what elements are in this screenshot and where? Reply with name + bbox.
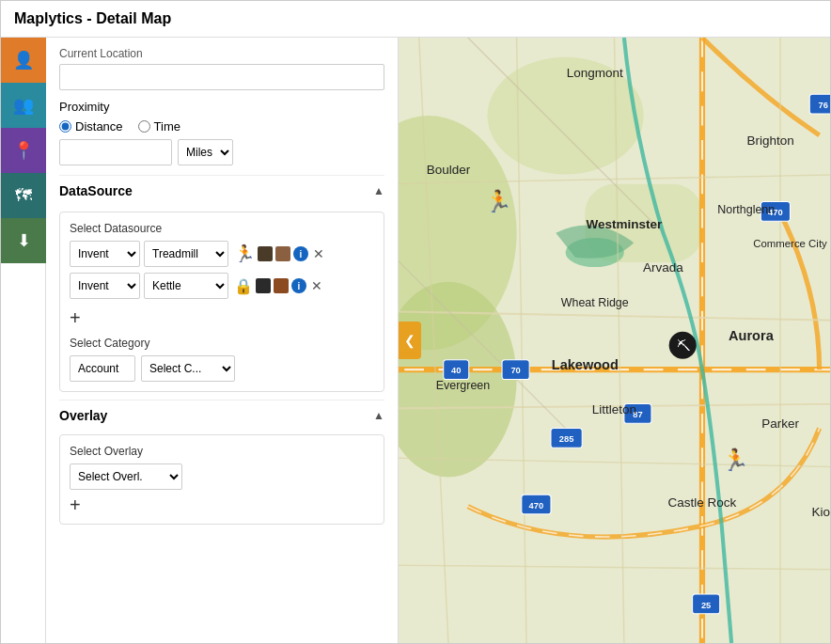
location-icon: 📍 <box>13 140 34 161</box>
time-radio[interactable] <box>138 120 150 133</box>
svg-text:Boulder: Boulder <box>427 163 471 177</box>
proximity-label: Proximity <box>59 100 384 114</box>
svg-text:Northglenn: Northglenn <box>717 203 775 216</box>
icon-bar: 👤 👥 📍 🗺 ⬇ <box>1 38 46 643</box>
map-svg: 70 40 470 76 25 285 87 <box>399 38 830 643</box>
map-icon: 🗺 <box>15 186 32 206</box>
info-icon-1[interactable]: i <box>293 246 308 261</box>
svg-text:Brighton: Brighton <box>747 134 794 148</box>
svg-text:⛏: ⛏ <box>677 338 691 353</box>
svg-text:Westminster: Westminster <box>586 217 663 231</box>
svg-text:25: 25 <box>701 601 711 610</box>
svg-text:Longmont: Longmont <box>567 66 623 80</box>
current-location-label: Current Location <box>59 47 384 60</box>
proximity-section: Proximity Distance Time Miles Km <box>59 100 384 165</box>
svg-text:Evergreen: Evergreen <box>436 379 491 392</box>
overlay-header[interactable]: Overlay ▲ <box>59 400 384 431</box>
app-title: Maplytics - Detail Map <box>14 10 171 26</box>
kettlebell-icon-2: 🔒 <box>234 277 253 295</box>
svg-text:Lakewood: Lakewood <box>552 357 619 372</box>
group-icon-btn[interactable]: 👥 <box>1 83 46 128</box>
app-window: Maplytics - Detail Map 👤 👥 📍 🗺 ⬇ <box>0 0 831 644</box>
svg-text:Wheat Ridge: Wheat Ridge <box>561 296 629 309</box>
download-icon-btn[interactable]: ⬇ <box>1 218 46 263</box>
side-panel: Current Location Proximity Distance Time <box>46 38 399 643</box>
svg-text:Castle Rock: Castle Rock <box>668 495 737 510</box>
category-value: Account <box>70 355 135 382</box>
svg-text:Aurora: Aurora <box>729 328 775 343</box>
map-area: ❮ <box>399 38 830 643</box>
color-sq-light-1 <box>275 246 290 261</box>
distance-input[interactable] <box>59 139 172 165</box>
datasource-source-select-2[interactable]: Invent <box>70 273 140 299</box>
close-icon-2[interactable]: ✕ <box>311 278 322 293</box>
datasource-chevron: ▲ <box>373 184 384 197</box>
proximity-radio-group: Distance Time <box>59 119 384 134</box>
datasource-title: DataSource <box>59 183 133 198</box>
color-sq-light-2 <box>274 278 289 293</box>
title-bar: Maplytics - Detail Map <box>1 1 830 38</box>
color-sq-dark-2 <box>256 278 271 293</box>
person-icon: 👤 <box>13 50 34 71</box>
download-icon: ⬇ <box>17 230 31 251</box>
datasource-header[interactable]: DataSource ▲ <box>59 175 384 206</box>
datasource-row-1: Invent Treadmill 🏃 i ✕ <box>70 241 374 267</box>
overlay-chevron: ▲ <box>373 409 384 422</box>
distance-row: Miles Km <box>59 139 384 165</box>
svg-text:70: 70 <box>510 366 520 375</box>
svg-text:285: 285 <box>559 434 574 444</box>
datasource-type-select-1[interactable]: Treadmill <box>144 241 228 267</box>
datasource-row-2: Invent Kettle 🔒 i ✕ <box>70 273 374 299</box>
datasource-icons-2: 🔒 i ✕ <box>234 277 322 295</box>
overlay-title: Overlay <box>59 408 107 423</box>
datasource-type-select-2[interactable]: Kettle <box>144 273 228 299</box>
svg-text:🏃: 🏃 <box>722 447 749 473</box>
color-sq-dark-1 <box>258 246 273 261</box>
category-row: Account Select C... Option 1 Option 2 <box>70 355 374 382</box>
main-area: 👤 👥 📍 🗺 ⬇ Current Location <box>1 38 830 643</box>
close-icon-1[interactable]: ✕ <box>313 246 324 261</box>
svg-text:470: 470 <box>529 501 544 510</box>
add-overlay-button[interactable]: + <box>70 495 81 514</box>
current-location-input[interactable] <box>59 64 384 90</box>
collapse-panel-button[interactable]: ❮ <box>399 322 421 359</box>
collapse-chevron-icon: ❮ <box>404 333 416 348</box>
svg-text:40: 40 <box>451 366 461 375</box>
group-icon: 👥 <box>13 95 34 116</box>
svg-text:76: 76 <box>819 101 828 110</box>
add-datasource-button[interactable]: + <box>70 308 81 327</box>
run-icon-1: 🏃 <box>234 243 255 264</box>
distance-radio-item[interactable]: Distance <box>59 119 123 134</box>
svg-text:Kiowa: Kiowa <box>812 505 830 519</box>
overlay-section: Overlay ▲ Select Overlay Select Overl. O… <box>59 400 384 525</box>
distance-radio[interactable] <box>59 120 71 133</box>
select-category-label: Select Category <box>70 337 374 350</box>
map-icon-btn[interactable]: 🗺 <box>1 173 46 218</box>
select-datasource-label: Select Datasource <box>70 222 374 235</box>
info-icon-2[interactable]: i <box>291 278 306 293</box>
time-radio-item[interactable]: Time <box>138 119 180 134</box>
datasource-source-select-1[interactable]: Invent <box>70 241 140 267</box>
datasource-section: DataSource ▲ Select Datasource Invent Tr… <box>59 175 384 392</box>
distance-label: Distance <box>75 119 123 134</box>
svg-text:Parker: Parker <box>761 416 799 431</box>
svg-text:🏃: 🏃 <box>485 188 512 214</box>
unit-select[interactable]: Miles Km <box>178 139 233 165</box>
svg-text:Commerce City: Commerce City <box>753 238 827 249</box>
location-icon-btn[interactable]: 📍 <box>1 128 46 173</box>
svg-text:Littleton: Littleton <box>592 402 636 416</box>
datasource-icons-1: 🏃 i ✕ <box>234 243 324 264</box>
time-label: Time <box>154 119 180 134</box>
current-location-section: Current Location <box>59 47 384 100</box>
overlay-select[interactable]: Select Overl. Option A Option B <box>70 463 182 490</box>
svg-text:Arvada: Arvada <box>643 260 683 275</box>
select-overlay-label: Select Overlay <box>70 445 374 458</box>
overlay-body: Select Overlay Select Overl. Option A Op… <box>59 434 384 525</box>
datasource-body: Select Datasource Invent Treadmill 🏃 <box>59 212 384 392</box>
person-icon-btn[interactable]: 👤 <box>1 38 46 83</box>
category-select[interactable]: Select C... Option 1 Option 2 <box>141 355 235 382</box>
